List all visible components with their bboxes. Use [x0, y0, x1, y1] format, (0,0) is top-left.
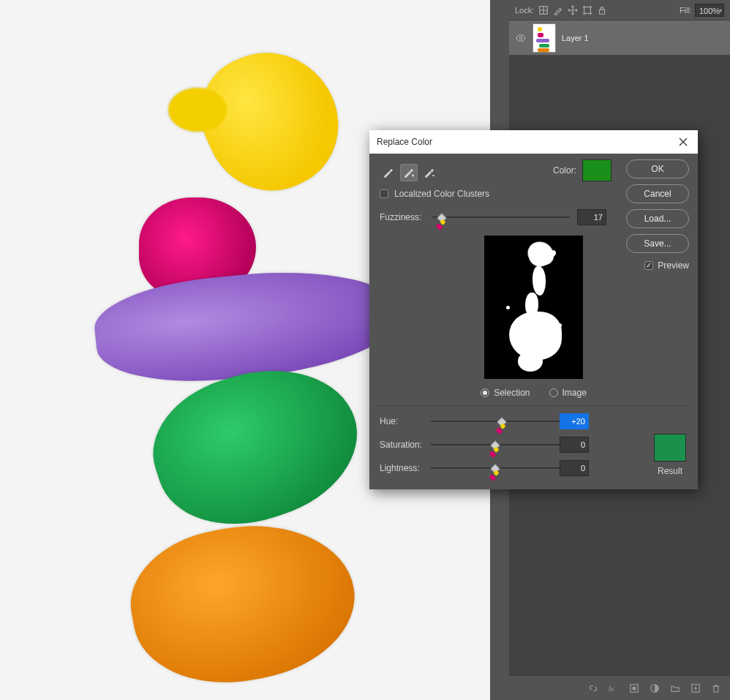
- trash-icon[interactable]: [711, 683, 721, 693]
- artwork-swatch-orange: [132, 519, 355, 684]
- fuzziness-slider[interactable]: [432, 212, 570, 222]
- fuzziness-slider-thumb[interactable]: [437, 213, 447, 223]
- fuzziness-label: Fuzziness:: [380, 212, 425, 222]
- link-layers-icon[interactable]: [588, 683, 598, 693]
- hue-slider-thumb[interactable]: [497, 417, 507, 427]
- artwork-swatch-yellow: [154, 44, 344, 197]
- lightness-value-field[interactable]: 0: [560, 460, 589, 476]
- radio-image-label: Image: [562, 388, 587, 398]
- svg-text:fx: fx: [609, 685, 614, 692]
- radio-image-dot: [549, 388, 558, 397]
- visibility-eye-icon[interactable]: [515, 33, 527, 43]
- localized-label: Localized Color Clusters: [394, 189, 489, 199]
- group-icon[interactable]: [670, 683, 680, 693]
- cancel-button[interactable]: Cancel: [626, 184, 689, 203]
- divider: [377, 405, 691, 406]
- eyedropper-subtract-icon[interactable]: [421, 164, 438, 181]
- eyedropper-add-icon[interactable]: [400, 164, 418, 181]
- result-color-swatch[interactable]: [654, 434, 686, 462]
- svg-point-6: [632, 686, 636, 690]
- hue-label: Hue:: [380, 416, 431, 426]
- selection-mask-preview: [484, 236, 583, 379]
- ok-button[interactable]: OK: [626, 159, 689, 178]
- radio-image[interactable]: Image: [549, 388, 587, 398]
- fuzziness-value-field[interactable]: 17: [577, 209, 606, 225]
- fill-label: Fill:: [680, 0, 692, 20]
- lock-all-icon[interactable]: [597, 5, 607, 15]
- dialog-titlebar[interactable]: Replace Color: [369, 130, 698, 154]
- fill-value-field[interactable]: 100%: [695, 4, 724, 17]
- color-label: Color:: [553, 165, 576, 176]
- localized-checkbox[interactable]: [380, 189, 388, 198]
- dialog-title: Replace Color: [377, 137, 432, 147]
- new-layer-icon[interactable]: [691, 683, 701, 693]
- lightness-label: Lightness:: [380, 463, 431, 473]
- artwork-swatch-green: [154, 373, 358, 519]
- svg-point-3: [519, 37, 522, 39]
- saturation-label: Saturation:: [380, 440, 431, 450]
- saturation-value-field[interactable]: 0: [560, 437, 589, 453]
- hue-slider[interactable]: [431, 416, 560, 426]
- preview-checkbox[interactable]: [644, 261, 653, 270]
- result-label: Result: [658, 466, 682, 476]
- preview-label: Preview: [658, 260, 689, 271]
- hue-value-field[interactable]: +20: [560, 413, 589, 429]
- lock-artboard-icon[interactable]: [582, 5, 592, 15]
- mask-icon[interactable]: [629, 683, 639, 693]
- load-button[interactable]: Load...: [626, 209, 689, 228]
- fx-icon[interactable]: fx: [609, 683, 619, 693]
- radio-selection[interactable]: Selection: [481, 388, 530, 398]
- saturation-slider[interactable]: [431, 440, 560, 450]
- svg-rect-2: [600, 10, 605, 14]
- lock-label: Lock:: [515, 0, 534, 20]
- radio-selection-dot: [481, 388, 489, 397]
- lightness-slider-thumb[interactable]: [490, 464, 500, 474]
- lock-pixels-icon[interactable]: [538, 5, 549, 15]
- layer-name[interactable]: Layer 1: [562, 34, 589, 42]
- replace-color-dialog: Replace Color Color: OK Cancel Load: [369, 130, 698, 489]
- artwork-swatch-purple: [95, 260, 402, 388]
- sampled-color-swatch[interactable]: [582, 159, 612, 181]
- layers-footer: fx: [509, 675, 730, 700]
- adjustment-icon[interactable]: [650, 683, 660, 693]
- saturation-slider-thumb[interactable]: [490, 440, 500, 451]
- radio-selection-label: Selection: [494, 388, 530, 398]
- save-button[interactable]: Save...: [626, 234, 689, 253]
- svg-rect-1: [584, 7, 591, 13]
- layer-row[interactable]: Layer 1: [509, 20, 730, 56]
- lightness-slider[interactable]: [431, 463, 560, 473]
- eyedropper-icon[interactable]: [380, 164, 397, 181]
- lock-brush-icon[interactable]: [553, 5, 563, 15]
- close-icon[interactable]: [676, 135, 691, 149]
- lock-move-icon[interactable]: [568, 5, 578, 15]
- layer-thumbnail[interactable]: [533, 23, 556, 53]
- layers-lock-row: Lock: Fill: 100%: [509, 0, 730, 20]
